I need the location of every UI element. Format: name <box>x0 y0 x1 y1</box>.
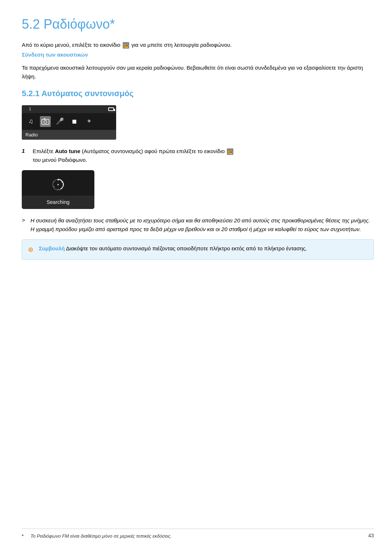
settings-icon: ✦ <box>83 116 94 127</box>
page-number: 43 <box>368 532 374 539</box>
footnote-star: * <box>22 533 27 540</box>
spinner-icon <box>51 177 65 192</box>
tip-text: Διακόψτε τον αυτόματο συντονισμό πιέζοντ… <box>65 245 307 251</box>
device-top-bar <box>22 105 116 113</box>
intro-text-after: για να μπείτε στη λειτουργία ραδιοφώνου. <box>131 42 232 48</box>
svg-point-6 <box>62 181 63 182</box>
searching-animation <box>22 177 94 192</box>
microphone-icon: 🎤 <box>54 116 65 127</box>
bullet-line2: Η γραμμή προόδου γεμίζει από αριστερά πρ… <box>30 226 361 232</box>
bullet-line1: Η συσκευή θα αναζητήσει τους σταθμούς με… <box>30 217 370 223</box>
device-label: Radio <box>22 130 116 140</box>
intro-paragraph: Από το κύριο μενού, επιλέξτε το εικονίδι… <box>22 41 374 49</box>
step-1-bold-text: Auto tune <box>55 148 80 154</box>
tip-content: Συμβουλή Διακόψτε τον αυτόματο συντονισμ… <box>39 244 368 253</box>
footnote-area: * Το Ραδιόφωνο FM είναι διαθέσιμο μόνο σ… <box>22 529 374 540</box>
svg-point-4 <box>57 184 59 185</box>
svg-point-1 <box>44 120 47 123</box>
step-1-text: Επιλέξτε Auto tune (Αυτόματος συντονισμό… <box>33 147 374 164</box>
page-title: 5.2 Ραδιόφωνο* <box>22 15 374 34</box>
svg-rect-2 <box>44 118 45 119</box>
svg-rect-0 <box>42 119 49 124</box>
svg-point-9 <box>54 186 55 187</box>
intro-text-before: Από το κύριο μενού, επιλέξτε το εικονίδι… <box>22 42 121 48</box>
music-icon: ♫ <box>25 116 36 127</box>
step-1-row: 1 Επιλέξτε Auto tune (Αυτόματος συντονισ… <box>22 147 374 164</box>
svg-point-7 <box>62 186 63 187</box>
step-1-text-line2: του μενού Ραδιόφωνο. <box>33 157 87 163</box>
subsection-title: 5.2.1 Αυτόματος συντονισμός <box>22 87 374 99</box>
radio-inline-icon: 📻 <box>123 42 129 49</box>
radio-inline-icon-2: 📻 <box>227 148 233 155</box>
bullet-text: Η συσκευή θα αναζητήσει τους σταθμούς με… <box>30 216 374 234</box>
step-1-text-before: Επιλέξτε <box>33 148 55 154</box>
bullet-row: > Η συσκευή θα αναζητήσει τους σταθμούς … <box>22 216 374 234</box>
stop-icon: ■ <box>69 116 80 127</box>
bullet-char: > <box>22 216 27 225</box>
footnote-text: Το Ραδιόφωνο FM είναι διαθέσιμο μόνο σε … <box>30 533 172 540</box>
searching-label: Searching <box>22 196 94 209</box>
tip-box: ⊛ Συμβουλή Διακόψτε τον αυτόματο συντονι… <box>22 239 374 260</box>
svg-point-8 <box>58 189 59 190</box>
tip-icon: ⊛ <box>28 245 36 255</box>
camera-radio-icon <box>40 116 51 127</box>
searching-screenshot: Searching <box>22 170 94 209</box>
tip-label: Συμβουλή <box>39 245 65 251</box>
step-1-number: 1 <box>22 147 29 155</box>
battery-icon <box>108 107 114 111</box>
step-1-text-after: (Αυτόματος συντονισμός) αφού πρώτα επιλέ… <box>80 148 225 154</box>
section-link-headphones[interactable]: Σύνδεση των ακουστικών <box>22 51 374 59</box>
device-screenshot-radio-menu: ♫ 🎤 ■ ✦ Radio <box>22 105 116 140</box>
section-description: Τα παρεχόμενα ακουστικά λειτουργούν σαν … <box>22 63 374 81</box>
svg-point-5 <box>58 180 59 181</box>
device-icons-row: ♫ 🎤 ■ ✦ <box>22 113 116 130</box>
svg-point-10 <box>53 181 54 182</box>
